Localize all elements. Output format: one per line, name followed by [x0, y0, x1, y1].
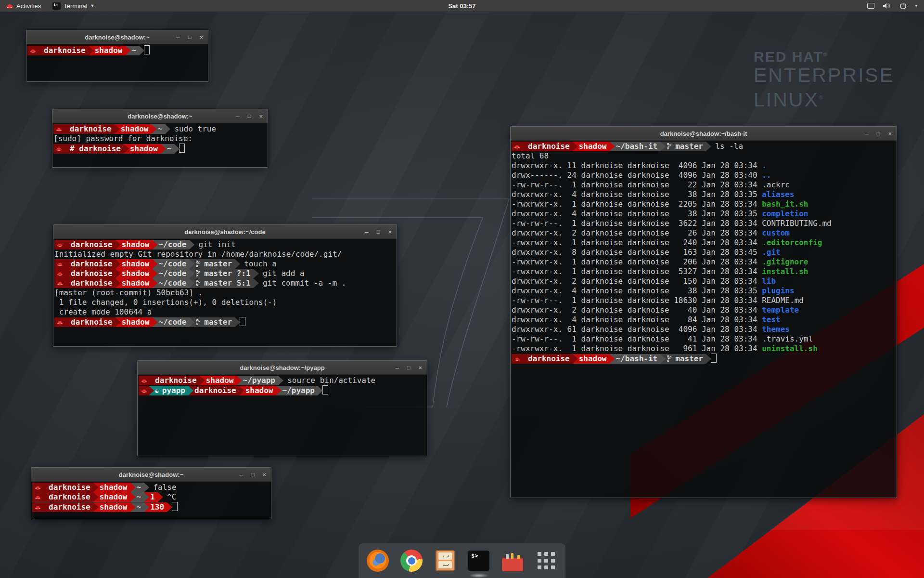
prompt-segment-host: shadow	[116, 269, 158, 278]
minimize-button[interactable]: –	[177, 34, 180, 41]
terminal-line: -rwxrwxr-x. 1 darknoise darknoise 240 Ja…	[512, 238, 897, 248]
rhel-logo-line1: RED HAT®	[754, 47, 894, 64]
terminal-line: -rwxrwxr-x. 1 darknoise darknoise 961 Ja…	[512, 344, 897, 354]
terminal-cursor	[240, 317, 245, 326]
terminal-body[interactable]: darknoiseshadow~/code git initInitialize…	[53, 239, 397, 346]
ls-row-filename: README.md	[762, 296, 804, 305]
terminal-line: drwxrwxr-x. 4 darknoise darknoise 38 Jan…	[512, 286, 897, 296]
ls-row-filename: test	[762, 315, 781, 324]
close-button[interactable]: ×	[262, 471, 266, 478]
clock[interactable]: Sat 03:57	[448, 2, 475, 10]
terminal-line: darknoiseshadow~/bash-itmaster	[512, 354, 897, 364]
prompt-segment-host: shadow	[116, 317, 158, 327]
ls-row-filename: custom	[762, 228, 790, 237]
screen-icon[interactable]	[867, 3, 874, 9]
dock-item-terminal[interactable]: $>	[467, 549, 490, 572]
maximize-button[interactable]: □	[188, 34, 192, 40]
window-titlebar[interactable]: darknoise@shadow:~ –□×	[26, 30, 208, 44]
power-icon[interactable]	[899, 2, 907, 10]
terminal-line: darknoiseshadow~/codemaster	[54, 317, 397, 327]
window-title: darknoise@shadow:~/pyapp	[240, 364, 324, 371]
minimize-button[interactable]: –	[236, 113, 240, 120]
app-menu-terminal[interactable]: $> Terminal ▼	[47, 0, 100, 12]
terminal-line: drwxrwxr-x. 4 darknoise darknoise 84 Jan…	[512, 315, 897, 325]
ls-row-filename: plugins	[762, 286, 794, 295]
git-branch-icon	[195, 269, 201, 278]
minimize-button[interactable]: –	[865, 130, 869, 137]
prompt-segment-path: ~/code	[153, 259, 195, 269]
toolbox-icon	[502, 553, 523, 571]
window-titlebar[interactable]: darknoise@shadow:~/pyapp –□×	[138, 361, 427, 375]
rhel-logo: RED HAT® ENTERPRISE LINUX®	[754, 47, 894, 111]
window-titlebar[interactable]: darknoise@shadow:~ –□×	[52, 109, 268, 123]
ls-row-filename: aliases	[762, 190, 794, 199]
close-button[interactable]: ×	[418, 364, 422, 371]
maximize-button[interactable]: □	[248, 113, 251, 119]
terminal-body[interactable]: darknoiseshadow~/pyapp source bin/activa…	[138, 375, 427, 456]
ls-row-filename: template	[762, 305, 799, 315]
command-text: source bin/activate	[278, 376, 375, 385]
terminal-body[interactable]: darknoiseshadow~ falsedarknoiseshadow~1 …	[31, 482, 271, 519]
ls-row-meta: -rw-rw-r--. 1 darknoise darknoise 22 Jan…	[512, 180, 762, 189]
ls-row-meta: -rwxrwxr-x. 1 darknoise darknoise 240 Ja…	[512, 238, 762, 247]
maximize-button[interactable]: □	[877, 131, 880, 136]
ls-row-filename: install.sh	[762, 267, 808, 276]
volume-icon[interactable]	[883, 2, 891, 9]
prompt-segment-path: ~/code	[153, 240, 195, 250]
ls-row-filename: .ackrc	[762, 180, 790, 189]
running-indicator	[469, 573, 489, 578]
close-button[interactable]: ×	[199, 34, 203, 41]
ls-row-filename: .git	[762, 248, 781, 257]
chevron-down-icon[interactable]: ▾	[915, 3, 917, 8]
terminal-line: drwxrwxr-x. 2 darknoise darknoise 40 Jan…	[512, 305, 897, 315]
terminal-app-icon: $>	[52, 2, 61, 10]
prompt-segment-user: darknoise	[64, 240, 121, 250]
close-button[interactable]: ×	[388, 228, 392, 236]
terminal-line: darknoiseshadow~/codemaster S:1 git comm…	[54, 278, 397, 288]
minimize-button[interactable]: –	[396, 364, 399, 371]
prompt-segment-user: darknoise	[149, 376, 205, 385]
minimize-button[interactable]: –	[240, 471, 243, 478]
app-grid-icon	[538, 552, 555, 569]
close-button[interactable]: ×	[888, 130, 892, 137]
output-text: total 68	[512, 151, 549, 160]
minimize-button[interactable]: –	[365, 228, 369, 236]
terminal-body[interactable]: darknoiseshadow~/bash-itmaster ls -latot…	[511, 141, 897, 498]
terminal-body[interactable]: darknoiseshadow~ sudo true[sudo] passwor…	[52, 123, 268, 167]
terminal-line: create mode 100644 a	[54, 307, 397, 317]
maximize-button[interactable]: □	[251, 472, 255, 477]
terminal-window-bash-it: darknoise@shadow:~/bash-it –□× darknoise…	[510, 126, 897, 498]
terminal-line: darknoiseshadow~/pyapp source bin/activa…	[139, 376, 427, 385]
window-titlebar[interactable]: darknoise@shadow:~ –□×	[31, 468, 271, 482]
ls-row-filename: lib	[762, 276, 776, 286]
redhat-logo-icon	[6, 3, 13, 9]
dock-item-toolbox[interactable]	[501, 549, 524, 572]
terminal-line: [sudo] password for darknoise:	[53, 134, 268, 144]
dock-item-app-grid[interactable]	[535, 549, 558, 572]
top-bar: Activities $> Terminal ▼ Sat 03:57 ▾	[0, 0, 924, 12]
prompt-segment-host: shadow	[93, 492, 136, 502]
prompt-segment-venv: ☯pyapp	[149, 386, 193, 395]
maximize-button[interactable]: □	[407, 365, 411, 370]
activities-button[interactable]: Activities	[0, 0, 47, 12]
close-button[interactable]: ×	[259, 113, 263, 120]
prompt-segment-host: shadow	[116, 259, 158, 269]
prompt-segment-host: shadow	[89, 46, 131, 55]
terminal-body[interactable]: darknoiseshadow~	[26, 44, 208, 81]
dock-item-chrome[interactable]	[400, 549, 423, 572]
terminal-line: darknoiseshadow~ false	[32, 483, 271, 492]
maximize-button[interactable]: □	[377, 229, 380, 235]
prompt-segment-user: darknoise	[522, 142, 578, 151]
output-text: [master (root-commit) 50bcb63] .	[54, 288, 203, 297]
ls-row-meta: drwxrwxr-x. 11 darknoise darknoise 4096 …	[512, 161, 762, 170]
terminal-line: # darknoiseshadow~	[53, 144, 268, 154]
output-text: Initialized empty Git repository in /hom…	[54, 250, 342, 259]
prompt-segment-user: darknoise	[42, 492, 99, 502]
system-tray[interactable]: ▾	[860, 0, 924, 12]
terminal-line: darknoiseshadow~/code git init	[54, 240, 397, 250]
dock-item-firefox[interactable]	[366, 549, 389, 572]
prompt-segment-host: shadow	[116, 278, 158, 288]
window-titlebar[interactable]: darknoise@shadow:~/code –□×	[53, 225, 397, 239]
dock-item-files[interactable]	[434, 549, 457, 572]
window-titlebar[interactable]: darknoise@shadow:~/bash-it –□×	[511, 127, 897, 141]
